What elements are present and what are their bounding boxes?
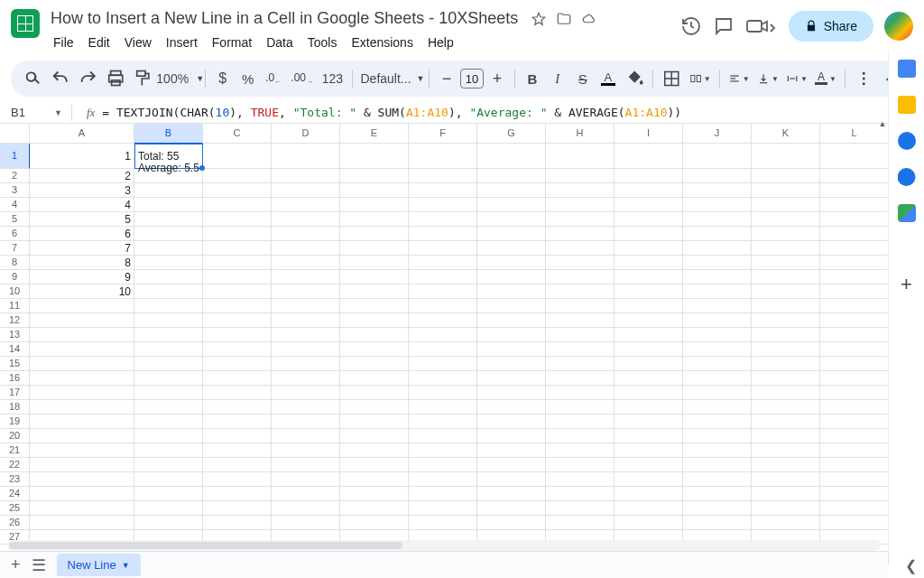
cell[interactable]: 5	[30, 212, 134, 227]
rotation-icon[interactable]: A▼	[812, 66, 839, 91]
cell[interactable]	[203, 443, 272, 458]
cell[interactable]	[683, 400, 752, 415]
row-header[interactable]: 26	[0, 516, 30, 530]
vertical-scrollbar[interactable]: ▲	[877, 119, 888, 535]
cell[interactable]	[134, 501, 203, 516]
cell[interactable]	[683, 415, 752, 429]
cell[interactable]	[752, 487, 820, 501]
comment-icon[interactable]	[713, 15, 735, 37]
cell[interactable]	[409, 256, 477, 270]
menu-view[interactable]: View	[118, 32, 158, 53]
cell[interactable]	[134, 472, 203, 487]
cell[interactable]	[614, 357, 683, 371]
cell[interactable]	[614, 371, 683, 386]
cell[interactable]	[134, 183, 203, 198]
cell[interactable]	[477, 400, 546, 415]
cell[interactable]	[134, 357, 203, 371]
cell[interactable]	[203, 472, 272, 487]
cell[interactable]	[477, 501, 546, 516]
cell[interactable]	[752, 458, 820, 472]
cell[interactable]	[546, 284, 614, 299]
cell[interactable]	[683, 212, 752, 227]
row-header[interactable]: 11	[0, 299, 30, 313]
cell[interactable]	[272, 284, 340, 299]
meet-icon[interactable]	[745, 15, 778, 37]
cell[interactable]	[752, 270, 820, 284]
increase-font-icon[interactable]: +	[485, 66, 509, 91]
cell[interactable]: 3	[30, 183, 134, 198]
cell[interactable]	[340, 183, 409, 198]
cell[interactable]	[614, 270, 683, 284]
row-header[interactable]: 18	[0, 400, 30, 415]
cell[interactable]	[683, 342, 752, 357]
cell[interactable]	[614, 328, 683, 342]
cell[interactable]	[477, 241, 546, 256]
cell[interactable]	[752, 212, 820, 227]
cell[interactable]	[203, 400, 272, 415]
cell[interactable]	[477, 313, 546, 328]
cell[interactable]	[477, 415, 546, 429]
cell[interactable]	[409, 400, 477, 415]
cell[interactable]	[272, 357, 340, 371]
cell[interactable]	[134, 400, 203, 415]
cell[interactable]	[134, 241, 203, 256]
row-header[interactable]: 14	[0, 342, 30, 357]
row-header[interactable]: 3	[0, 183, 30, 198]
cell[interactable]	[683, 458, 752, 472]
cell[interactable]	[614, 443, 683, 458]
cell[interactable]	[203, 144, 272, 169]
cell[interactable]	[134, 328, 203, 342]
cell[interactable]	[30, 313, 134, 328]
cell[interactable]	[203, 386, 272, 400]
add-addons-icon[interactable]: +	[898, 276, 916, 294]
cell[interactable]	[409, 487, 477, 501]
cell[interactable]	[477, 357, 546, 371]
cell[interactable]	[546, 342, 614, 357]
cell[interactable]	[477, 328, 546, 342]
name-box-dropdown-icon[interactable]: ▼	[51, 108, 71, 117]
row-header[interactable]: 4	[0, 198, 30, 212]
row-header[interactable]: 15	[0, 357, 30, 371]
cell[interactable]	[272, 342, 340, 357]
cell[interactable]	[477, 299, 546, 313]
cell[interactable]	[203, 241, 272, 256]
italic-icon[interactable]: I	[546, 66, 569, 91]
cell[interactable]	[203, 328, 272, 342]
fx-icon[interactable]: fx	[79, 106, 102, 120]
star-icon[interactable]	[531, 11, 547, 27]
cell[interactable]	[683, 270, 752, 284]
formula-input[interactable]: = TEXTJOIN(CHAR(10), TRUE, "Total: " & S…	[102, 106, 681, 119]
cell[interactable]	[477, 284, 546, 299]
cell[interactable]	[683, 284, 752, 299]
row-header[interactable]: 24	[0, 487, 30, 501]
cell[interactable]	[340, 429, 409, 443]
row-header[interactable]: 23	[0, 472, 30, 487]
cell[interactable]	[30, 400, 134, 415]
cell[interactable]	[409, 169, 477, 183]
cell[interactable]	[683, 241, 752, 256]
explore-icon[interactable]: ❮	[905, 557, 917, 574]
cell[interactable]	[752, 284, 820, 299]
cell[interactable]	[272, 487, 340, 501]
cell[interactable]	[683, 357, 752, 371]
cell[interactable]	[546, 371, 614, 386]
cell[interactable]	[272, 299, 340, 313]
cell[interactable]	[614, 400, 683, 415]
cell[interactable]	[752, 472, 820, 487]
row-header[interactable]: 5	[0, 212, 30, 227]
cell[interactable]	[409, 472, 477, 487]
cell[interactable]	[340, 516, 409, 530]
font-size-input[interactable]: 10	[460, 69, 484, 89]
cell[interactable]	[203, 284, 272, 299]
cell[interactable]	[30, 299, 134, 313]
cell[interactable]	[272, 227, 340, 241]
cell[interactable]	[409, 144, 477, 169]
cell[interactable]	[30, 487, 134, 501]
cell[interactable]	[546, 227, 614, 241]
cell[interactable]	[546, 357, 614, 371]
cell[interactable]	[683, 443, 752, 458]
cell[interactable]	[683, 227, 752, 241]
column-header[interactable]: E	[340, 124, 409, 144]
cell[interactable]	[409, 386, 477, 400]
cell[interactable]	[340, 328, 409, 342]
